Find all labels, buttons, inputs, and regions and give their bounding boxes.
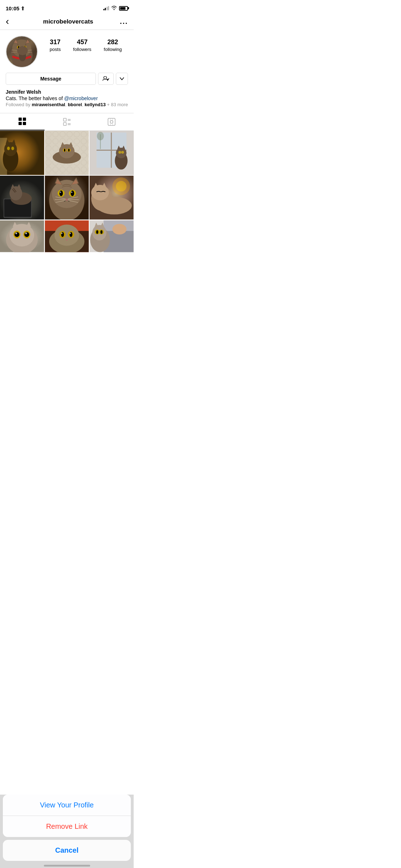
svg-point-114: [54, 225, 79, 246]
svg-line-11: [11, 50, 22, 51]
svg-point-1: [12, 40, 31, 57]
posts-stat[interactable]: 317 posts: [50, 38, 61, 52]
svg-point-50: [68, 149, 70, 151]
svg-marker-3: [26, 38, 30, 44]
tab-tagged[interactable]: [89, 113, 134, 130]
svg-point-49: [64, 149, 65, 151]
followers-stat[interactable]: 457 followers: [73, 38, 91, 52]
status-icons: [103, 5, 128, 11]
stats-container: 317 posts 457 followers 282 following: [43, 36, 128, 52]
svg-marker-10: [21, 51, 22, 52]
svg-point-117: [61, 232, 64, 237]
svg-rect-20: [19, 122, 22, 125]
photo-cell[interactable]: [45, 176, 89, 220]
svg-point-109: [15, 233, 17, 234]
svg-point-125: [113, 224, 127, 235]
content-tabs: [0, 113, 134, 131]
profile-bio: Cats. The better halves of @microbelover: [6, 95, 128, 101]
battery-icon: [119, 6, 128, 11]
profile-display-name: Jennifer Welsh: [6, 89, 128, 95]
photo-cell[interactable]: [89, 220, 134, 264]
svg-rect-21: [23, 122, 26, 125]
photo-cell[interactable]: [45, 220, 89, 264]
svg-point-84: [71, 191, 72, 193]
svg-point-56: [97, 132, 104, 140]
svg-marker-4: [14, 40, 18, 44]
photo-cell[interactable]: [89, 176, 134, 220]
svg-point-61: [118, 151, 121, 154]
svg-point-39: [11, 147, 14, 150]
wifi-icon: [111, 5, 117, 11]
following-count: 282: [107, 38, 118, 46]
svg-point-6: [17, 46, 21, 50]
svg-point-62: [121, 151, 124, 154]
photo-cell[interactable]: [0, 131, 44, 175]
svg-point-110: [25, 233, 27, 234]
status-bar: 10:05: [0, 0, 134, 14]
profile-username: microbelovercats: [43, 18, 93, 25]
avatar[interactable]: [6, 36, 38, 68]
svg-rect-19: [23, 118, 26, 121]
svg-rect-28: [108, 118, 115, 125]
svg-point-81: [59, 190, 63, 196]
svg-point-133: [101, 231, 103, 234]
svg-point-118: [70, 232, 72, 237]
signal-icon: [103, 6, 109, 10]
svg-point-0: [11, 42, 32, 67]
svg-line-13: [22, 50, 32, 51]
followers-label: followers: [73, 47, 91, 52]
profile-section: 317 posts 457 followers 282 following Me…: [0, 30, 134, 113]
tab-list[interactable]: [45, 113, 89, 130]
message-button[interactable]: Message: [6, 73, 96, 85]
svg-marker-2: [13, 38, 18, 44]
svg-point-99: [116, 181, 127, 192]
posts-label: posts: [50, 47, 61, 52]
more-options-button[interactable]: ...: [120, 17, 128, 26]
back-button[interactable]: [6, 16, 16, 27]
bio-link[interactable]: @microbelover: [64, 95, 98, 101]
posts-count: 317: [50, 38, 61, 46]
action-buttons: Message: [6, 73, 128, 85]
svg-line-15: [17, 44, 19, 46]
followers-count: 457: [77, 38, 88, 46]
svg-rect-25: [63, 123, 66, 125]
avatar-image: [6, 36, 37, 67]
svg-point-9: [24, 46, 26, 49]
svg-point-58: [116, 148, 127, 158]
svg-point-7: [23, 46, 27, 50]
following-label: following: [104, 47, 122, 52]
svg-point-102: [10, 224, 34, 247]
follow-status-button[interactable]: [98, 73, 114, 85]
svg-point-82: [71, 190, 74, 196]
photo-cell[interactable]: [89, 131, 134, 175]
tab-grid[interactable]: [0, 113, 45, 130]
svg-rect-22: [63, 118, 66, 121]
bio-section: Jennifer Welsh Cats. The better halves o…: [6, 89, 128, 107]
svg-point-83: [60, 191, 61, 193]
svg-line-12: [11, 52, 22, 52]
svg-point-38: [7, 147, 10, 150]
following-stat[interactable]: 282 following: [104, 38, 122, 52]
svg-point-132: [96, 231, 98, 234]
followed-by-text: Followed by miraweisenthal, bborel, kell…: [6, 102, 128, 107]
svg-point-107: [15, 232, 20, 237]
svg-point-8: [18, 46, 20, 49]
photo-cell[interactable]: [0, 220, 44, 264]
svg-point-95: [91, 185, 109, 200]
dropdown-button[interactable]: [116, 73, 128, 85]
profile-top: 317 posts 457 followers 282 following: [6, 36, 128, 68]
nav-header: microbelovercats ...: [0, 14, 134, 30]
status-time: 10:05: [6, 5, 25, 11]
svg-point-119: [61, 233, 62, 234]
svg-point-108: [24, 232, 29, 237]
svg-point-17: [104, 76, 107, 79]
svg-line-14: [22, 52, 32, 52]
svg-point-120: [70, 233, 71, 234]
photo-cell[interactable]: [0, 176, 44, 220]
svg-marker-5: [26, 40, 30, 44]
svg-line-16: [25, 44, 26, 46]
svg-rect-18: [19, 118, 22, 121]
photo-cell[interactable]: [45, 131, 89, 175]
photo-grid: [0, 131, 134, 264]
